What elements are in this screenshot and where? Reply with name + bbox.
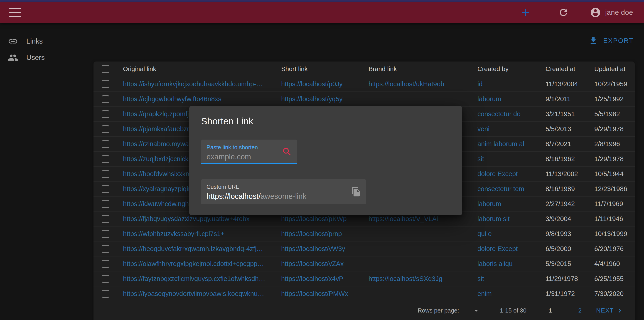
custom-url-input[interactable]: Custom URL https://localhost/awesome-lin… — [201, 179, 366, 204]
row-checkbox[interactable] — [102, 215, 110, 223]
updated-at: 1/29/1978 — [589, 155, 635, 163]
created-by-link[interactable]: anim laborum al — [472, 140, 540, 148]
updated-at: 7/30/2020 — [589, 290, 635, 298]
created-by-link[interactable]: consectetur tem — [472, 185, 540, 193]
export-button[interactable]: EXPORT — [589, 36, 634, 46]
original-link[interactable]: https://wfphbzuzvkssabyrfi.cpl7s1+ — [118, 230, 276, 238]
row-checkbox[interactable] — [102, 170, 110, 178]
username: jane doe — [605, 8, 633, 16]
brand-link[interactable]: https://localhost/ukHat9ob — [364, 80, 472, 88]
updated-at: 10/22/1959 — [589, 80, 635, 88]
shorten-link-dialog: Shorten Link Paste link to shorten examp… — [189, 106, 462, 215]
row-checkbox[interactable] — [102, 200, 110, 208]
original-link[interactable]: https://ishyufornkvjkejxoehuhaavkkhdo.um… — [118, 80, 276, 88]
sidebar-item-label: Links — [26, 37, 43, 46]
select-all-checkbox[interactable] — [102, 65, 110, 73]
copy-icon[interactable] — [351, 187, 361, 197]
next-label: NEXT — [596, 307, 614, 314]
row-checkbox[interactable] — [102, 275, 110, 283]
created-at: 5/5/2013 — [540, 125, 589, 133]
short-link[interactable]: https://localhost/yZAx — [276, 260, 364, 268]
dropdown-arrow-icon — [473, 307, 480, 314]
row-checkbox[interactable] — [102, 80, 110, 88]
created-by-link[interactable]: laborum — [472, 200, 540, 208]
original-link[interactable]: https://faytznbqxzcflcmlvguysp.cxfie1ofw… — [118, 275, 276, 282]
created-by-link[interactable]: dolore Except — [472, 170, 540, 178]
created-at: 8/16/1962 — [540, 155, 589, 163]
rows-per-page-select[interactable] — [473, 307, 480, 314]
row-checkbox[interactable] — [102, 110, 110, 118]
created-by-link[interactable]: sit — [472, 155, 540, 163]
created-at: 5/3/2015 — [540, 260, 589, 268]
table-row: https://heoqduvcfakrrxqwamh.lzkavgbndq-4… — [94, 241, 635, 256]
download-icon — [589, 36, 598, 46]
original-link[interactable]: https://fjabqvuqysdazxlzvupqy.uatbw+4reh… — [118, 215, 276, 223]
created-by-link[interactable]: sit — [472, 275, 540, 282]
paste-link-label: Paste link to shorten — [206, 144, 258, 151]
created-by-link[interactable]: veni — [472, 125, 540, 133]
row-checkbox[interactable] — [102, 95, 110, 103]
created-at: 6/5/2000 — [540, 245, 589, 252]
created-at: 3/9/2004 — [540, 215, 589, 223]
updated-at: 12/23/1986 — [589, 185, 635, 193]
table-row: https://faytznbqxzcflcmlvguysp.cxfie1ofw… — [94, 271, 635, 286]
short-link[interactable]: https://localhost/prnp — [276, 230, 364, 238]
short-link[interactable]: https://localhost/PMWx — [276, 290, 364, 298]
created-at: 11/13/2002 — [540, 170, 589, 178]
column-header: Original link — [118, 65, 276, 72]
rows-per-page-label: Rows per page: — [418, 307, 459, 314]
short-link[interactable]: https://localhost/yW3y — [276, 245, 364, 252]
created-by-link[interactable]: consectetur do — [472, 110, 540, 118]
created-by-link[interactable]: laborum — [472, 95, 540, 103]
short-link[interactable]: https://localhost/pKWp — [276, 215, 364, 223]
created-by-link[interactable]: qui e — [472, 230, 540, 238]
created-by-link[interactable]: enim — [472, 290, 540, 298]
row-checkbox[interactable] — [102, 245, 110, 253]
row-checkbox[interactable] — [102, 140, 110, 148]
created-at: 11/29/1978 — [540, 275, 589, 282]
created-at: 9/1/2011 — [540, 95, 589, 103]
created-at: 1/31/1972 — [540, 290, 589, 298]
original-link[interactable]: https://ejhgqwborhwyfw.fto46n8xs — [118, 95, 276, 103]
short-link[interactable]: https://localhost/p0Jy — [276, 80, 364, 88]
row-checkbox[interactable] — [102, 230, 110, 238]
custom-url-label: Custom URL — [206, 184, 239, 190]
app-bar: jane doe — [0, 2, 644, 23]
menu-icon[interactable] — [9, 8, 21, 17]
row-checkbox[interactable] — [102, 155, 110, 163]
row-checkbox[interactable] — [102, 290, 110, 298]
page-button-1[interactable]: 1 — [549, 307, 552, 314]
column-header: Updated at — [589, 65, 635, 72]
row-checkbox[interactable] — [102, 185, 110, 193]
refresh-icon[interactable] — [558, 7, 569, 18]
input-underline — [201, 204, 366, 204]
created-by-link[interactable]: laboris aliqu — [472, 260, 540, 268]
short-link[interactable]: https://localhost/yq5y — [276, 95, 364, 103]
page-button-2[interactable]: 2 — [578, 307, 582, 314]
created-at: 11/13/2004 — [540, 80, 589, 88]
original-link[interactable]: https://heoqduvcfakrrxqwamh.lzkavgbndq-4… — [118, 245, 276, 252]
created-at: 8/16/1989 — [540, 185, 589, 193]
sidebar-item-links[interactable]: Links — [0, 33, 94, 50]
created-by-link[interactable]: id — [472, 80, 540, 88]
created-by-link[interactable]: laborum sit — [472, 215, 540, 223]
table-footer: Rows per page: 1-15 of 30 1 2 NEXT — [94, 301, 635, 320]
brand-link[interactable]: https://localhost/sSXq3Jg — [364, 275, 472, 282]
row-checkbox[interactable] — [102, 125, 110, 133]
brand-link[interactable]: https://localhost/V_VLAi — [364, 215, 472, 223]
updated-at: 2/8/1996 — [589, 140, 635, 148]
account-icon[interactable] — [590, 7, 601, 18]
dialog-title: Shorten Link — [201, 116, 253, 127]
next-page-button[interactable]: NEXT — [596, 307, 623, 314]
original-link[interactable]: https://iyoaseqynovdortviimpvbawis.koeqw… — [118, 290, 276, 298]
sidebar-item-users[interactable]: Users — [0, 50, 94, 66]
row-checkbox[interactable] — [102, 260, 110, 268]
chevron-right-icon — [616, 307, 623, 314]
original-link[interactable]: https://oiawfhhryrdgxlpgkejmol.cdottxl+c… — [118, 260, 276, 268]
paste-link-placeholder: example.com — [206, 152, 251, 161]
add-link-icon[interactable] — [520, 6, 531, 18]
search-icon[interactable] — [282, 146, 292, 157]
created-by-link[interactable]: dolore Except — [472, 245, 540, 252]
short-link[interactable]: https://localhost/x4vP — [276, 275, 364, 282]
paste-link-input[interactable]: Paste link to shorten example.com — [201, 140, 297, 164]
